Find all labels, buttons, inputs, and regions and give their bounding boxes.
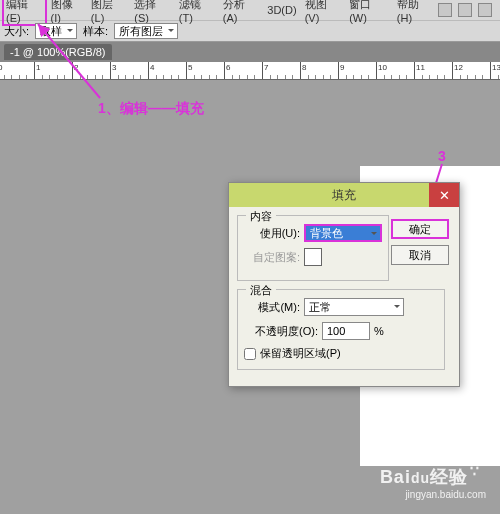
close-icon[interactable]: ✕	[429, 183, 459, 207]
dialog-titlebar[interactable]: 填充 ✕	[229, 183, 459, 207]
size-select[interactable]: 取样	[35, 23, 77, 39]
opacity-label: 不透明度(O):	[244, 324, 318, 339]
fill-dialog: 填充 ✕ 内容 使用(U): 背景色 自定图案: 混合 模式(M): 正常 不透…	[228, 182, 460, 387]
ok-button[interactable]: 确定	[391, 219, 449, 239]
blend-fieldset: 混合 模式(M): 正常 不透明度(O): % 保留透明区域(P)	[237, 289, 445, 370]
watermark: Baidu经验 jingyan.baidu.com	[380, 465, 486, 500]
menu-select[interactable]: 选择(S)	[130, 0, 175, 26]
document-tab[interactable]: -1 @ 100%(RGB/8)	[4, 44, 112, 60]
arrange-docs-icon[interactable]	[458, 3, 472, 17]
menu-3d[interactable]: 3D(D)	[263, 2, 300, 18]
preserve-transparency-checkbox[interactable]	[244, 348, 256, 360]
horizontal-ruler: 012345678910111213	[0, 62, 500, 80]
content-legend: 内容	[246, 209, 276, 224]
launch-bridge-icon[interactable]	[438, 3, 452, 17]
menubar-icons	[438, 3, 500, 17]
use-label: 使用(U):	[244, 226, 300, 241]
menu-analysis[interactable]: 分析(A)	[219, 0, 264, 26]
size-label: 大小:	[4, 24, 29, 39]
use-select[interactable]: 背景色	[304, 224, 382, 242]
blend-legend: 混合	[246, 283, 276, 298]
screen-mode-icon[interactable]	[478, 3, 492, 17]
pattern-swatch[interactable]	[304, 248, 322, 266]
mode-select[interactable]: 正常	[304, 298, 404, 316]
sample-label: 样本:	[83, 24, 108, 39]
percent-label: %	[374, 325, 384, 337]
menu-window[interactable]: 窗口(W)	[345, 0, 393, 26]
content-fieldset: 内容 使用(U): 背景色 自定图案:	[237, 215, 389, 281]
menu-layer[interactable]: 图层(L)	[87, 0, 130, 26]
menu-help[interactable]: 帮助(H)	[393, 0, 438, 26]
cancel-button[interactable]: 取消	[391, 245, 449, 265]
mode-label: 模式(M):	[244, 300, 300, 315]
menu-filter[interactable]: 滤镜(T)	[175, 0, 219, 26]
custom-pattern-label: 自定图案:	[244, 250, 300, 265]
menu-view[interactable]: 视图(V)	[301, 0, 346, 26]
paw-icon	[470, 467, 486, 483]
menu-edit[interactable]: 编辑(E)	[2, 0, 47, 26]
sample-select[interactable]: 所有图层	[114, 23, 178, 39]
menubar: 编辑(E) 图像(I) 图层(L) 选择(S) 滤镜(T) 分析(A) 3D(D…	[0, 0, 500, 20]
menu-image[interactable]: 图像(I)	[47, 0, 87, 26]
preserve-transparency-label: 保留透明区域(P)	[260, 346, 341, 361]
dialog-title: 填充	[332, 187, 356, 204]
opacity-input[interactable]	[322, 322, 370, 340]
document-tabbar: -1 @ 100%(RGB/8)	[0, 42, 500, 62]
